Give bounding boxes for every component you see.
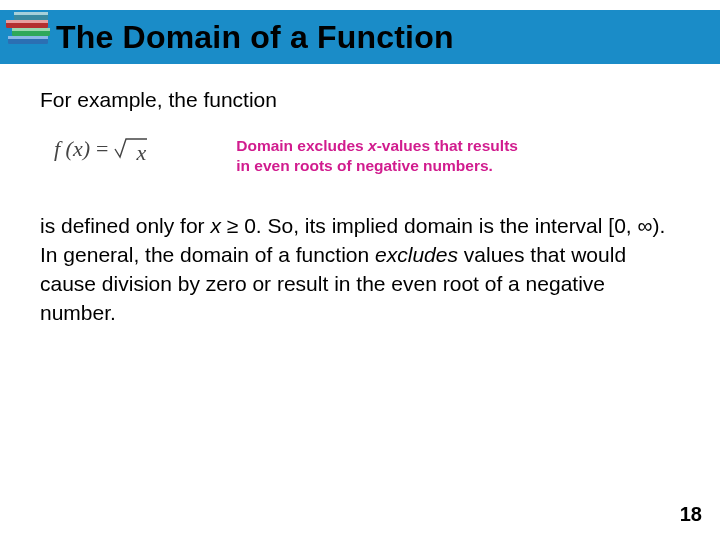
body-excludes: excludes bbox=[375, 243, 458, 266]
callout-x: x bbox=[368, 137, 377, 154]
svg-rect-7 bbox=[14, 12, 48, 15]
equation-row: f (x) = x Domain excludes x-values that … bbox=[40, 136, 680, 176]
svg-rect-5 bbox=[6, 20, 48, 23]
callout-text-1b: -values that results bbox=[377, 137, 518, 154]
slide: The Domain of a Function For example, th… bbox=[0, 0, 720, 540]
title-bar: The Domain of a Function bbox=[0, 10, 720, 64]
content-area: For example, the function f (x) = x Doma… bbox=[40, 86, 680, 328]
body-text: is defined only for x ≥ 0. So, its impli… bbox=[40, 212, 680, 328]
svg-rect-3 bbox=[12, 28, 50, 31]
callout-text-1a: Domain excludes bbox=[236, 137, 368, 154]
page-title: The Domain of a Function bbox=[56, 19, 454, 56]
body-x: x bbox=[210, 214, 221, 237]
svg-rect-1 bbox=[8, 36, 48, 39]
books-icon bbox=[4, 8, 56, 56]
equation-equals: = bbox=[96, 136, 108, 162]
equation-radicand: x bbox=[136, 140, 146, 166]
lead-text: For example, the function bbox=[40, 86, 680, 114]
body-part-1: is defined only for bbox=[40, 214, 210, 237]
callout: Domain excludes x-values that results in… bbox=[236, 136, 518, 176]
equation: f (x) = x bbox=[40, 136, 146, 166]
equation-fx: f (x) bbox=[54, 136, 90, 162]
callout-text-2: in even roots of negative numbers. bbox=[236, 157, 493, 174]
page-number: 18 bbox=[680, 503, 702, 526]
